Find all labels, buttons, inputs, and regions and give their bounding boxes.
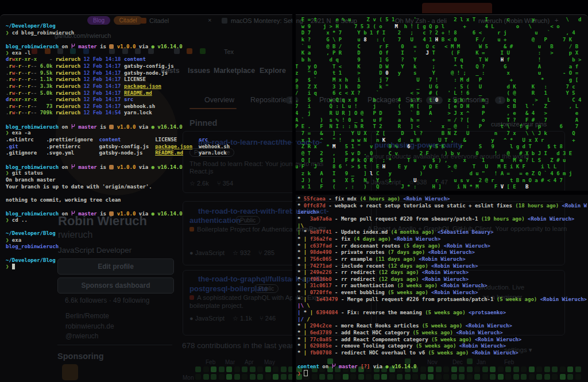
text-segment: - (326, 203, 335, 209)
text-segment: 12 Feb 14:17 (84, 76, 124, 82)
contributions-heading: 678 contributions in the last year (182, 341, 293, 350)
terminal-line: .rw-r--r-- 9.5k rwieruch 12 Feb 14:17 ga… (6, 70, 168, 77)
contribution-cell (412, 374, 418, 380)
month-label: Apr (245, 359, 254, 365)
browser-tab-citadel: Citadel (149, 17, 169, 24)
text-segment: @ Z X 3 ] k D k " _ U G . 5 ( U d K K : … (295, 84, 575, 90)
terminal-line: |\ (297, 223, 304, 230)
text-segment: ❯ (6, 217, 12, 223)
profile-website: robinwieruch.de (65, 322, 114, 330)
text-segment: include recent (341, 263, 388, 269)
terminal-line: * | 77c0a85 - add React Component catego… (297, 337, 521, 344)
text-segment: 12 Feb 14:17 (84, 97, 124, 102)
text-segment: README.md (124, 90, 152, 96)
terminal-line: ❯ git status (6, 170, 43, 177)
month-label: Feb (206, 359, 215, 365)
text-segment: master (78, 211, 97, 217)
contribution-cell (575, 366, 581, 372)
terminal-line: | * | 6394084 - Fix: reverse the meaning… (297, 310, 506, 317)
terminal-line: * | 74271ad - include recent (12 days ag… (297, 263, 478, 270)
text-segment: | (304, 276, 310, 282)
text-segment: <Robin Wieruch> (475, 337, 521, 342)
text-segment: package.json (155, 144, 192, 149)
text-segment: | (304, 330, 310, 335)
text-segment: <protsaenko> (469, 310, 506, 315)
text-segment: |/ (297, 317, 304, 322)
text-segment: .eslintrc (6, 137, 46, 142)
text-segment: x 1 F ( , : ) Q J * : H ] i N * M F (295, 184, 501, 190)
text-segment: event bubbling (341, 290, 388, 295)
text-segment: | (304, 337, 310, 342)
text-segment: 3.3k (37, 83, 56, 89)
text-segment: * (297, 283, 304, 288)
text-segment: webhook.sh (124, 103, 155, 109)
text-segment: via (136, 164, 151, 170)
text-segment: 12 Feb 14:54 (84, 110, 124, 115)
text-segment: \ (300, 223, 303, 229)
terminal-line: .rw-r--r-- 5.0k rwieruch 12 Feb 14:17 RE… (6, 90, 152, 97)
text-segment: v1.0.0 (117, 124, 136, 130)
text-segment: (5 weeks ago) (497, 296, 540, 302)
terminal-line: 4 j R U R ] O @ P D 3 ` B A > J x ^ P , … (295, 110, 578, 117)
contribution-cell (374, 374, 380, 380)
text-segment: - (332, 290, 341, 295)
terminal-line: ❯ exa -a (6, 130, 30, 137)
terminal-line: * | 0720ffe - event bubbling (5 weeks ag… (297, 290, 478, 296)
text-segment: exa -l (12, 50, 31, 56)
contribution-cell (358, 374, 364, 380)
pane-divider-horizontal[interactable] (296, 191, 588, 195)
contribution-cell (474, 366, 480, 372)
text-segment: remove Tooling category (341, 343, 416, 349)
browser-tab-citadel-pill: Citadel (114, 16, 142, 25)
repo-description: boilerplate project. (189, 302, 243, 309)
terminal-line: * | 756c065 - rr example (11 days ago) <… (297, 256, 466, 263)
contribution-cell (490, 374, 496, 380)
text-segment: * (297, 330, 304, 335)
text-segment: z " O t 1 > D (295, 70, 385, 76)
terminal-line: * | 294c2ce - more React Hooks articles … (297, 323, 512, 330)
sponsor-avatar (62, 364, 78, 380)
text-segment: content (99, 137, 121, 142)
contribution-cell (451, 366, 457, 372)
text-segment: 5.0k (37, 90, 56, 96)
text-segment: Merge pull request #226 from protsaenko/… (347, 296, 497, 302)
text-segment: - (338, 310, 347, 315)
text-segment: ` u @ B / C r F 0 = O c < M M W 5 & # u … (295, 44, 578, 49)
text-segment: | (304, 290, 310, 295)
repo-link: authentication (189, 216, 241, 225)
text-segment: (4 days ago) (354, 236, 394, 242)
fork-count: ⑂ 354 (217, 180, 233, 187)
terminal-line: .rw-r--r-- 6.0k rwieruch 12 Feb 14:17 ga… (6, 63, 174, 70)
contribution-cell (420, 366, 426, 372)
contribution-cell (265, 374, 271, 380)
terminal-line: ` u @ B / C r F 0 = O c < M M W 5 & # u … (295, 44, 578, 51)
text-segment: v16.14.0 (157, 211, 182, 217)
text-segment: <Robin Wieruch> (403, 196, 450, 202)
text-segment: | (304, 269, 310, 275)
text-segment: 77c0a85 (310, 337, 332, 342)
terminal-line: nothing to commit, working tree clean (6, 197, 121, 204)
weekday-label: Mon (183, 375, 194, 381)
text-segment: * (297, 196, 304, 202)
contribution-cell (281, 366, 287, 372)
terminal-line: * | 1e43479 - Merge pull request #226 fr… (297, 296, 587, 303)
text-segment: src (199, 137, 208, 142)
terminal-line: P E . F N I : : h R T 2 R ] < x _ @ : P … (295, 124, 578, 130)
contribution-cell (544, 366, 550, 372)
git-branch-icon (332, 364, 336, 369)
contribution-cell (405, 374, 411, 380)
text-segment: <Robin Wieruch> (471, 350, 518, 356)
terminal-line: * 55fcaea - fix mdx (4 hours ago) <Robin… (297, 196, 450, 203)
text-segment: * (297, 203, 304, 209)
contribution-cell (451, 374, 457, 380)
terminal-line: @ Z X 3 ] k D k " _ U G . 5 ( U d K K : … (295, 84, 575, 91)
contribution-cell (242, 366, 247, 372)
terminal-line: ieruch> (297, 209, 319, 216)
text-segment: v16.14.0 (157, 44, 182, 49)
contribution-cell (529, 366, 535, 372)
pane-divider-vertical[interactable] (292, 14, 296, 382)
text-segment: on (59, 124, 71, 130)
text-segment: ● (151, 44, 157, 49)
text-segment: blog_robinwieruch (6, 211, 59, 217)
contribution-cell (560, 374, 566, 380)
